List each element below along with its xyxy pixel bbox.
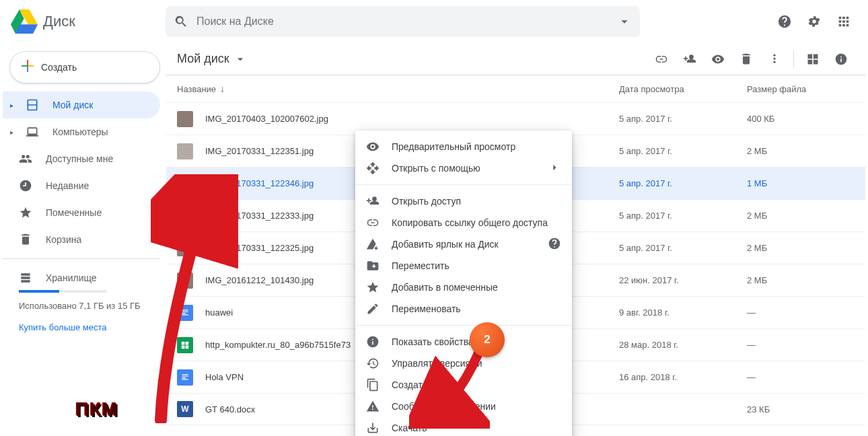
- buy-storage-link[interactable]: Купить больше места: [19, 322, 148, 332]
- table-row[interactable]: IMG_20170403_102007602.jpg5 апр. 2017 г.…: [166, 102, 865, 135]
- search-icon: [174, 14, 188, 29]
- file-size: 2 МБ: [747, 211, 855, 221]
- file-date: 28 мар. 2018 г.: [619, 340, 747, 350]
- menu-item-star[interactable]: Добавить в помеченные: [355, 277, 572, 298]
- file-date: 5 апр. 2017 г.: [619, 178, 747, 188]
- menu-label: Копировать ссылку общего доступа: [392, 217, 548, 228]
- menu-item-eye[interactable]: Предварительный просмотр: [355, 136, 572, 157]
- file-thumb: [177, 305, 193, 321]
- sidebar-item-trash[interactable]: Корзина: [3, 226, 160, 253]
- submenu-arrow-icon: [548, 161, 561, 176]
- annotation-pkm-label: ПКМ: [75, 399, 118, 421]
- more-button[interactable]: [761, 46, 788, 73]
- menu-item-info[interactable]: Показать свойства: [355, 331, 572, 353]
- menu-item-versions[interactable]: Управлять версиями: [355, 353, 572, 374]
- menu-label: Создать копию: [392, 379, 457, 390]
- people-icon: [19, 152, 32, 166]
- toolbar: [648, 46, 855, 73]
- menu-item-move[interactable]: Переместить: [355, 255, 572, 277]
- menu-label: Открыть доступ: [392, 196, 461, 207]
- info-icon[interactable]: [548, 237, 561, 252]
- breadcrumb-label: Мой диск: [177, 52, 229, 66]
- star-icon: [366, 281, 379, 294]
- file-size: 400 КБ: [747, 114, 855, 124]
- column-name[interactable]: Название ↓: [177, 83, 619, 94]
- file-date: 5 апр. 2017 г.: [619, 146, 747, 156]
- view-grid-button[interactable]: [799, 46, 826, 73]
- menu-item-open-with[interactable]: Открыть с помощью: [355, 157, 572, 179]
- drive-logo-icon: [11, 8, 38, 35]
- star-icon: [19, 206, 32, 219]
- sidebar-item-shared[interactable]: Доступные мне: [3, 145, 160, 172]
- menu-separator: [355, 325, 572, 326]
- menu-label: Открыть с помощью: [392, 163, 480, 174]
- file-size: 2 МБ: [747, 275, 855, 285]
- context-menu: Предварительный просмотрОткрыть с помощь…: [355, 131, 572, 436]
- eye-icon: [366, 140, 379, 153]
- sidebar-item-my-drive[interactable]: ▸ Мой диск: [3, 92, 160, 118]
- search-dropdown-icon[interactable]: [617, 14, 632, 29]
- settings-button[interactable]: [801, 8, 828, 35]
- search-box[interactable]: [166, 6, 640, 37]
- sidebar-label: Компьютеры: [52, 126, 108, 137]
- sidebar-item-computers[interactable]: ▸ Компьютеры: [3, 118, 160, 145]
- link-icon: [366, 216, 379, 229]
- help-button[interactable]: [771, 8, 798, 35]
- file-thumb: [177, 272, 193, 289]
- trash-icon: [19, 233, 32, 246]
- clock-icon: [19, 179, 32, 192]
- laptop-icon: [26, 125, 39, 139]
- search-input[interactable]: [196, 15, 617, 28]
- menu-label: Переименовать: [392, 303, 461, 314]
- file-date: 5 апр. 2017 г.: [619, 243, 747, 253]
- file-date: 9 авг. 2018 г.: [619, 307, 747, 318]
- share-button[interactable]: [676, 46, 703, 73]
- menu-item-drive-add[interactable]: Добавить ярлык на Диск: [355, 233, 572, 255]
- sidebar-label: Корзина: [46, 234, 81, 245]
- breadcrumb[interactable]: Мой диск: [177, 52, 247, 66]
- menu-item-rename[interactable]: Переименовать: [355, 298, 572, 320]
- file-thumb: [177, 111, 193, 127]
- logo[interactable]: Диск: [11, 8, 166, 35]
- delete-button[interactable]: [733, 46, 760, 73]
- separator: [3, 258, 160, 259]
- get-link-button[interactable]: [648, 46, 675, 73]
- content-header: Мой диск: [166, 43, 865, 75]
- file-thumb: [177, 337, 193, 353]
- table-header: Название ↓ Дата просмотра Размер файла: [166, 75, 865, 102]
- sidebar-item-storage[interactable]: Хранилище: [19, 264, 148, 291]
- expand-icon: ▸: [8, 102, 15, 109]
- app-title: Диск: [43, 13, 75, 30]
- menu-item-link[interactable]: Копировать ссылку общего доступа: [355, 212, 572, 233]
- file-thumb: [177, 208, 193, 224]
- menu-item-download[interactable]: Скачать: [355, 417, 572, 436]
- menu-label: Добавить в помеченные: [392, 282, 498, 293]
- apps-button[interactable]: [830, 8, 857, 35]
- person-add-icon: [366, 194, 379, 208]
- rename-icon: [366, 302, 379, 316]
- file-size: 1 МБ: [747, 178, 855, 188]
- column-size[interactable]: Размер файла: [747, 84, 855, 94]
- menu-label: Управлять версиями: [392, 358, 482, 369]
- file-date: 16 апр. 2018 г.: [619, 372, 747, 382]
- preview-button[interactable]: [704, 46, 731, 73]
- toolbar-divider: [793, 51, 794, 67]
- sidebar-item-recent[interactable]: Недавние: [3, 172, 160, 199]
- menu-item-person-add[interactable]: Открыть доступ: [355, 190, 572, 212]
- storage-text: Использовано 7,1 ГБ из 15 ГБ: [19, 299, 148, 313]
- create-button[interactable]: Создать: [9, 51, 160, 83]
- file-thumb: [177, 143, 193, 159]
- column-date[interactable]: Дата просмотра: [619, 84, 747, 94]
- file-size: —: [747, 340, 855, 350]
- menu-item-copy[interactable]: Создать копию: [355, 374, 572, 396]
- sidebar-item-starred[interactable]: Помеченные: [3, 199, 160, 226]
- details-button[interactable]: [828, 46, 855, 73]
- file-thumb: W: [177, 401, 193, 417]
- info-icon: [366, 335, 379, 349]
- sidebar-label: Помеченные: [46, 207, 102, 218]
- sidebar: Создать ▸ Мой диск ▸ Компьютеры Доступны…: [0, 43, 166, 436]
- report-icon: [366, 400, 379, 413]
- menu-item-report[interactable]: Сообщить о нарушении: [355, 396, 572, 417]
- file-size: 23 КБ: [747, 404, 855, 414]
- file-date: 5 апр. 2017 г.: [619, 114, 747, 124]
